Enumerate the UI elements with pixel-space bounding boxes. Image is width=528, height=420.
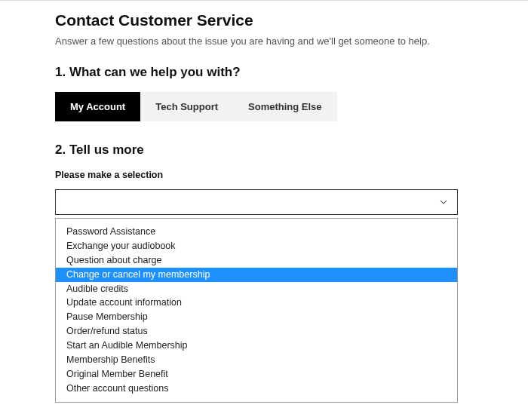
tab-my-account[interactable]: My Account (55, 92, 140, 121)
option-original-member-benefit[interactable]: Original Member Benefit (56, 367, 457, 382)
select-label: Please make a selection (55, 170, 528, 180)
page-subtitle: Answer a few questions about the issue y… (55, 35, 528, 47)
category-tabs: My Account Tech Support Something Else (55, 92, 528, 121)
step1-heading: 1. What can we help you with? (55, 65, 528, 80)
issue-select[interactable] (55, 189, 458, 215)
option-membership-benefits[interactable]: Membership Benefits (56, 353, 457, 367)
option-audible-credits[interactable]: Audible credits (56, 282, 457, 296)
tab-tech-support[interactable]: Tech Support (140, 92, 233, 121)
option-start-membership[interactable]: Start an Audible Membership (56, 339, 457, 353)
option-order-refund-status[interactable]: Order/refund status (56, 324, 457, 339)
option-question-charge[interactable]: Question about charge (56, 253, 457, 268)
option-change-cancel-membership[interactable]: Change or cancel my membership (56, 268, 457, 282)
option-password-assistance[interactable]: Password Assistance (56, 225, 457, 239)
option-update-account-info[interactable]: Update account information (56, 296, 457, 310)
option-other-questions[interactable]: Other account questions (56, 382, 457, 396)
page-title: Contact Customer Service (55, 11, 528, 29)
chevron-down-icon (439, 198, 448, 207)
tab-label: My Account (70, 101, 125, 112)
issue-dropdown: Password Assistance Exchange your audiob… (55, 218, 458, 403)
contact-form: Contact Customer Service Answer a few qu… (0, 1, 528, 403)
tab-label: Tech Support (155, 101, 218, 112)
option-pause-membership[interactable]: Pause Membership (56, 310, 457, 324)
step2-heading: 2. Tell us more (55, 143, 528, 158)
tab-something-else[interactable]: Something Else (233, 92, 337, 121)
tab-label: Something Else (248, 101, 322, 112)
option-exchange-audiobook[interactable]: Exchange your audiobook (56, 239, 457, 253)
